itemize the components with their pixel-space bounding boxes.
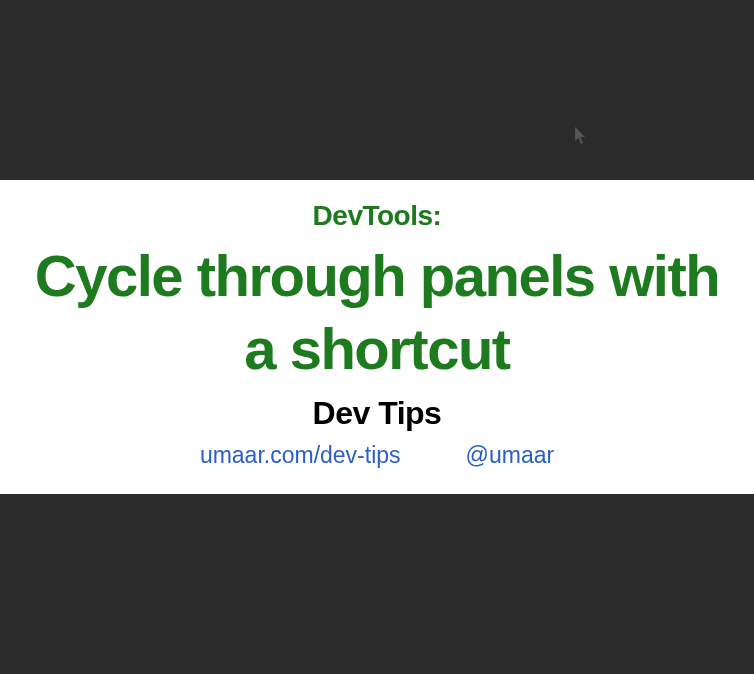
category-label: DevTools: (30, 200, 724, 232)
title-slide: DevTools: Cycle through panels with a sh… (0, 180, 754, 494)
website-link[interactable]: umaar.com/dev-tips (200, 442, 401, 469)
links-row: umaar.com/dev-tips @umaar (30, 442, 724, 469)
cursor-icon (575, 127, 589, 145)
series-label: Dev Tips (30, 395, 724, 432)
twitter-link[interactable]: @umaar (466, 442, 555, 469)
slide-title: Cycle through panels with a shortcut (30, 240, 724, 385)
